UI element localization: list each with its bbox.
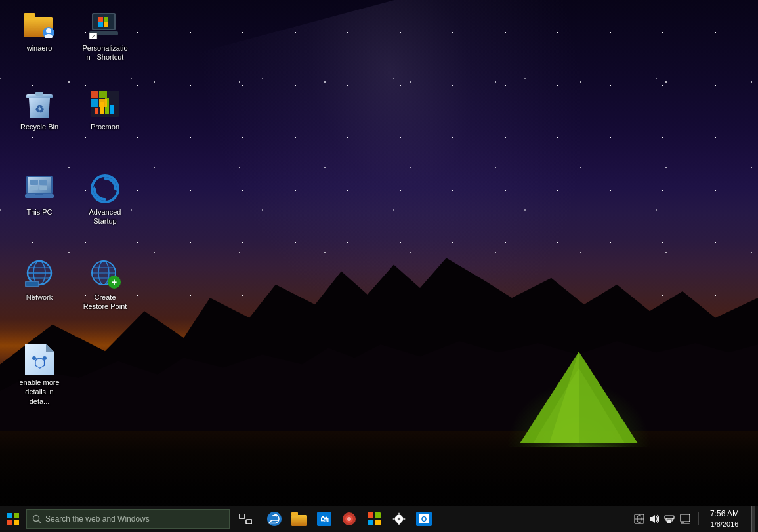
svg-marker-62 xyxy=(46,344,54,352)
enable-more-label: enable more details in deta... xyxy=(16,378,63,406)
this-pc-label: This PC xyxy=(26,207,52,216)
svg-text:+: + xyxy=(112,277,117,287)
taskbar-app4-button[interactable] xyxy=(337,507,361,531)
volume-icon[interactable] xyxy=(648,514,662,524)
personalization-label: Personalization - Shortcut xyxy=(81,43,129,62)
svg-line-68 xyxy=(39,521,41,523)
taskbar-settings-button[interactable] xyxy=(387,507,411,531)
desktop-icon-procmon[interactable]: Procmon xyxy=(79,85,131,134)
taskbar-mail-button[interactable]: O xyxy=(412,507,436,531)
task-view-icon xyxy=(239,514,252,524)
action-center-icon[interactable] xyxy=(680,514,693,524)
network-label: Network xyxy=(26,293,53,302)
search-icon xyxy=(32,514,41,523)
desktop-icon-personalization[interactable]: ↗ Personalization - Shortcut xyxy=(79,7,131,65)
svg-rect-30 xyxy=(91,91,98,98)
svg-rect-16 xyxy=(98,22,103,27)
desktop-icon-winaero[interactable]: winaero xyxy=(13,7,66,55)
svg-text:♻: ♻ xyxy=(35,104,44,115)
procmon-icon-img xyxy=(89,88,121,119)
svg-text:🛍: 🛍 xyxy=(320,514,329,524)
system-tray: 7:56 AM 1/8/2016 xyxy=(630,506,758,532)
svg-point-67 xyxy=(33,516,39,522)
clock-time: 7:56 AM xyxy=(710,509,739,520)
svg-rect-37 xyxy=(35,193,43,195)
create-restore-icon-img: + xyxy=(89,258,121,290)
desktop: winaero ↗ xyxy=(0,0,758,532)
svg-rect-38 xyxy=(30,180,38,185)
svg-rect-41 xyxy=(39,186,47,190)
advanced-startup-label: Advanced Startup xyxy=(81,207,129,226)
taskbar-edge-button[interactable] xyxy=(263,507,286,531)
winaero-icon-img xyxy=(24,9,55,41)
svg-rect-40 xyxy=(30,186,38,190)
svg-rect-98 xyxy=(681,514,690,522)
svg-rect-81 xyxy=(375,512,381,518)
windows-logo-icon xyxy=(7,513,19,525)
svg-text:↗: ↗ xyxy=(91,33,96,39)
svg-rect-70 xyxy=(246,520,252,524)
svg-text:O: O xyxy=(421,515,427,523)
svg-rect-8 xyxy=(24,13,35,20)
svg-rect-83 xyxy=(375,520,381,525)
svg-rect-82 xyxy=(368,520,373,525)
svg-rect-52 xyxy=(26,282,38,286)
app4-icon xyxy=(342,512,356,526)
svg-rect-80 xyxy=(368,512,373,518)
svg-rect-17 xyxy=(104,22,108,27)
winaero-label: winaero xyxy=(27,43,53,52)
svg-rect-74 xyxy=(291,512,298,516)
desktop-icon-this-pc[interactable]: This PC xyxy=(13,171,66,219)
create-restore-label: Create Restore Point xyxy=(81,293,129,312)
svg-rect-100 xyxy=(681,523,690,524)
show-desktop-button[interactable] xyxy=(751,506,755,532)
settings-icon xyxy=(392,512,406,526)
svg-rect-15 xyxy=(104,17,108,22)
desktop-icon-create-restore[interactable]: + Create Restore Point xyxy=(79,256,131,314)
advanced-startup-icon-img xyxy=(89,173,121,205)
svg-rect-33 xyxy=(99,99,107,107)
network-tray-icon[interactable] xyxy=(664,514,677,524)
personalization-icon-img: ↗ xyxy=(89,9,121,41)
desktop-icon-network[interactable]: Network xyxy=(13,256,66,304)
search-placeholder-text: Search the web and Windows xyxy=(45,514,150,523)
svg-rect-39 xyxy=(39,180,47,185)
svg-rect-69 xyxy=(239,514,245,518)
taskbar-app5-button[interactable] xyxy=(362,507,386,531)
svg-rect-26 xyxy=(95,108,98,114)
tray-separator xyxy=(698,512,699,525)
task-view-button[interactable] xyxy=(232,506,259,532)
this-pc-icon-img xyxy=(24,173,55,205)
tray-icons-group xyxy=(630,514,696,524)
mail-icon: O xyxy=(416,512,432,526)
desktop-icon-enable-more[interactable]: ⬡ enable more details in deta... xyxy=(13,341,66,409)
svg-rect-31 xyxy=(99,91,107,98)
enable-more-icon-img: ⬡ xyxy=(24,344,55,375)
svg-rect-32 xyxy=(91,99,98,107)
taskbar-file-explorer-button[interactable] xyxy=(287,507,311,531)
store-icon: 🛍 xyxy=(317,512,331,526)
svg-rect-73 xyxy=(291,515,307,526)
svg-point-10 xyxy=(46,28,51,33)
edge-icon xyxy=(266,511,282,527)
system-clock[interactable]: 7:56 AM 1/8/2016 xyxy=(702,509,747,529)
taskbar: Search the web and Windows xyxy=(0,506,758,532)
svg-point-79 xyxy=(347,517,351,521)
desktop-icons-area: winaero ↗ xyxy=(0,0,758,506)
search-bar[interactable]: Search the web and Windows xyxy=(26,509,230,529)
desktop-icon-advanced-startup[interactable]: Advanced Startup xyxy=(79,171,131,229)
start-button[interactable] xyxy=(0,506,26,532)
svg-rect-22 xyxy=(35,92,43,96)
procmon-label: Procmon xyxy=(91,122,119,131)
taskbar-apps: 🛍 xyxy=(263,507,630,531)
language-indicator[interactable] xyxy=(633,514,646,524)
network-icon-img xyxy=(24,258,55,290)
desktop-icon-recycle-bin[interactable]: ♻ Recycle Bin xyxy=(13,85,66,134)
taskbar-store-button[interactable]: 🛍 xyxy=(312,507,336,531)
recycle-bin-icon-img: ♻ xyxy=(24,88,55,119)
clock-date: 1/8/2016 xyxy=(711,520,739,529)
svg-rect-29 xyxy=(110,105,114,114)
svg-rect-14 xyxy=(98,17,103,22)
svg-point-50 xyxy=(29,262,50,283)
app5-icon xyxy=(367,512,381,526)
